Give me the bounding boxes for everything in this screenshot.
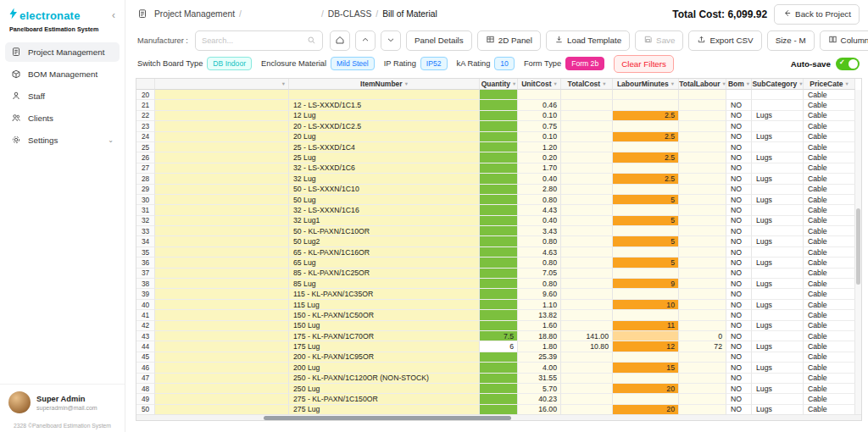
column-header-itemnumber[interactable]: ItemNumber▾	[289, 79, 480, 90]
cell-total-labour[interactable]	[679, 289, 726, 299]
cell-unit-cost[interactable]: 0.80	[518, 258, 561, 268]
row-number[interactable]: 28	[136, 174, 155, 184]
cell-unit-cost[interactable]: 2.80	[518, 185, 561, 195]
cell-unit-cost[interactable]: 4.43	[518, 205, 561, 215]
cell-price-category[interactable]: Cable	[804, 341, 855, 352]
cell-bom[interactable]: NO	[726, 310, 752, 320]
cell-blank[interactable]	[155, 247, 289, 258]
cell-bom[interactable]: NO	[726, 300, 752, 310]
cell-total-cost[interactable]	[561, 269, 613, 279]
cell-total-cost[interactable]	[561, 195, 613, 205]
cell-unit-cost[interactable]: 9.60	[518, 289, 561, 299]
back-to-project-button[interactable]: Back to Project	[774, 4, 860, 25]
cell-bom[interactable]: NO	[726, 352, 752, 363]
row-number[interactable]: 32	[136, 216, 155, 226]
autosave-toggle[interactable]	[836, 58, 860, 70]
cell-total-labour[interactable]: 72	[679, 341, 726, 352]
cell-total-labour[interactable]	[679, 205, 726, 215]
row-number[interactable]: 21	[136, 100, 155, 110]
cell-total-cost[interactable]	[561, 111, 613, 121]
cell-unit-cost[interactable]: 0.20	[518, 152, 561, 163]
cell-labour-minutes[interactable]: 5	[613, 236, 679, 246]
cell-total-labour[interactable]	[679, 247, 726, 258]
load-template-button[interactable]: Load Template	[546, 30, 630, 51]
cell-blank[interactable]	[155, 374, 289, 384]
cell-quantity[interactable]	[480, 289, 518, 299]
cell-total-cost[interactable]	[561, 300, 613, 310]
search-icon[interactable]	[307, 33, 316, 48]
cell-quantity[interactable]	[480, 174, 518, 184]
breadcrumb-item-db-class[interactable]: DB-CLASS	[328, 9, 372, 19]
cell-sub-category[interactable]	[752, 185, 804, 195]
cell-unit-cost[interactable]: 0.80	[518, 279, 561, 289]
cell-sub-category[interactable]: Lugs	[752, 300, 804, 310]
export-csv-button[interactable]: Export CSV	[688, 30, 761, 51]
cell-sub-category[interactable]: Lugs	[752, 195, 804, 205]
sidebar-item-staff[interactable]: Staff	[5, 86, 120, 106]
cell-total-cost[interactable]	[561, 152, 613, 163]
cell-unit-cost[interactable]: 0.40	[518, 174, 561, 184]
cell-total-labour[interactable]	[679, 394, 726, 404]
cell-total-cost[interactable]	[561, 384, 613, 394]
cell-bom[interactable]: NO	[726, 174, 752, 184]
cell-price-category[interactable]: Cable	[804, 121, 855, 131]
cell-total-cost[interactable]	[561, 174, 613, 184]
cell-unit-cost[interactable]: 0.10	[518, 132, 561, 142]
cell-labour-minutes[interactable]: 2.5	[613, 152, 679, 163]
cell-sub-category[interactable]	[752, 121, 804, 131]
cell-total-labour[interactable]	[679, 269, 726, 279]
cell-sub-category[interactable]	[752, 100, 804, 110]
cell-blank[interactable]	[155, 384, 289, 394]
column-header-totalcost[interactable]: TotalCost▾	[561, 79, 613, 90]
cell-total-labour[interactable]	[679, 142, 726, 152]
cell-unit-cost[interactable]: 1.10	[518, 300, 561, 310]
column-header-bom[interactable]: Bom▾	[726, 79, 752, 90]
cell-labour-minutes[interactable]: 5	[613, 216, 679, 226]
cell-unit-cost[interactable]: 7.05	[518, 269, 561, 279]
save-button[interactable]: Save	[635, 30, 683, 51]
cell-quantity[interactable]	[480, 258, 518, 268]
cell-price-category[interactable]: Cable	[804, 363, 855, 373]
panel-details-button[interactable]: Panel Details	[406, 30, 472, 51]
cell-item-number[interactable]: 200 Lug	[289, 363, 480, 373]
sidebar-item-settings[interactable]: Settings⌄	[5, 130, 120, 150]
cell-blank[interactable]	[155, 258, 289, 268]
cell-unit-cost[interactable]: 1.20	[518, 142, 561, 152]
cell-total-cost[interactable]	[561, 132, 613, 142]
cell-item-number[interactable]: 32 - LS-XXXD/1C6	[289, 163, 480, 174]
cell-price-category[interactable]: Cable	[804, 111, 855, 121]
cell-blank[interactable]	[155, 321, 289, 331]
cell-item-number[interactable]: 32 Lug	[289, 174, 480, 184]
cell-blank[interactable]	[155, 90, 289, 100]
cell-price-category[interactable]: Cable	[804, 90, 855, 100]
cell-bom[interactable]: NO	[726, 258, 752, 268]
cell-total-cost[interactable]	[561, 352, 613, 363]
cell-unit-cost[interactable]: 0.10	[518, 111, 561, 121]
cell-bom[interactable]: NO	[726, 247, 752, 258]
cell-quantity[interactable]	[480, 321, 518, 331]
cell-item-number[interactable]	[289, 90, 480, 100]
cell-bom[interactable]: NO	[726, 331, 752, 341]
filter-tag-db-indoor[interactable]: DB Indoor	[207, 57, 252, 70]
row-number[interactable]: 25	[136, 142, 155, 152]
cell-labour-minutes[interactable]: 12	[613, 341, 679, 352]
cell-total-labour[interactable]: 0	[679, 331, 726, 341]
cell-blank[interactable]	[155, 331, 289, 341]
row-number[interactable]: 30	[136, 195, 155, 205]
cell-total-labour[interactable]	[679, 352, 726, 363]
row-number[interactable]: 20	[136, 90, 155, 100]
sidebar-item-bom-management[interactable]: BOM Management	[5, 64, 120, 84]
grid-corner-cell[interactable]	[136, 79, 155, 90]
row-number[interactable]: 33	[136, 226, 155, 236]
clear-filters-button[interactable]: Clear Filters	[614, 55, 674, 73]
cell-price-category[interactable]: Cable	[804, 310, 855, 320]
cell-sub-category[interactable]: Lugs	[752, 321, 804, 331]
cell-price-category[interactable]: Cable	[804, 195, 855, 205]
cell-blank[interactable]	[155, 226, 289, 236]
cell-unit-cost[interactable]: 0.80	[518, 195, 561, 205]
cell-sub-category[interactable]: Lugs	[752, 132, 804, 142]
filter-tag-form-2b[interactable]: Form 2b	[565, 57, 604, 70]
cell-blank[interactable]	[155, 111, 289, 121]
cell-bom[interactable]: NO	[726, 195, 752, 205]
cell-blank[interactable]	[155, 142, 289, 152]
